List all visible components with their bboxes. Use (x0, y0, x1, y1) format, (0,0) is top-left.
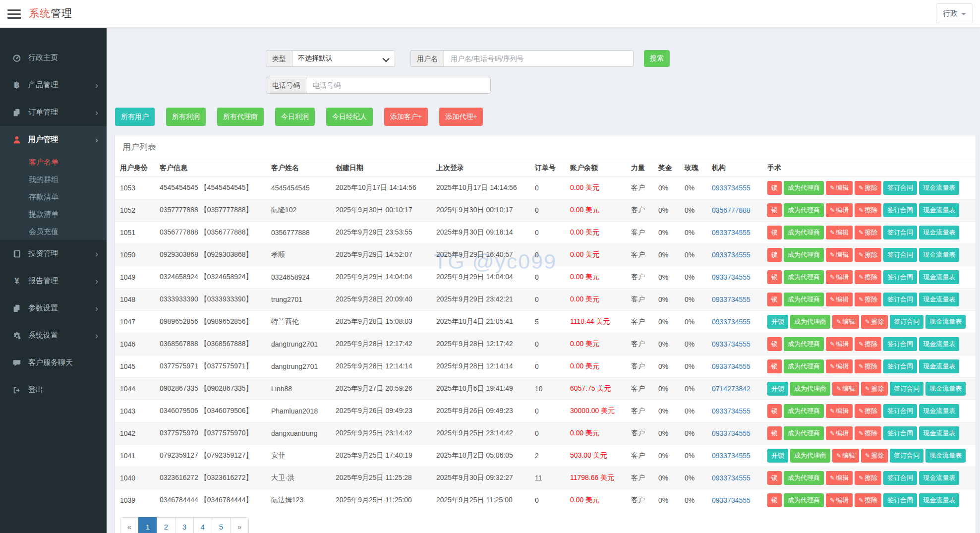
sign-contract-button[interactable]: 签订合同 (883, 293, 917, 306)
sidebar-item-product-mgmt[interactable]: ฿ 产品管理 › (0, 71, 107, 99)
sidebar-subitem[interactable]: 提款清单 (0, 205, 107, 223)
edit-button[interactable]: ✎编辑 (826, 404, 853, 418)
all-profit-button[interactable]: 所有利润 (166, 108, 206, 126)
type-filter-select[interactable]: 不选择默认 (292, 50, 395, 67)
erase-button[interactable]: ✎擦除 (855, 181, 881, 195)
page-button[interactable]: 4 (193, 517, 212, 533)
cash-flow-button[interactable]: 现金流量表 (919, 248, 959, 262)
erase-button[interactable]: ✎擦除 (855, 359, 881, 373)
lock-button[interactable]: 锁 (767, 426, 782, 440)
cell-organization-link[interactable]: 0933734555 (707, 244, 762, 266)
lock-button[interactable]: 锁 (767, 359, 782, 373)
erase-button[interactable]: ✎擦除 (861, 449, 888, 463)
sign-contract-button[interactable]: 签订合同 (883, 493, 917, 507)
edit-button[interactable]: ✎编辑 (826, 226, 853, 239)
erase-button[interactable]: ✎擦除 (861, 315, 888, 329)
username-input[interactable] (450, 54, 628, 63)
sign-contract-button[interactable]: 签订合同 (890, 382, 923, 396)
edit-button[interactable]: ✎编辑 (826, 337, 853, 351)
sign-contract-button[interactable]: 签订合同 (883, 337, 917, 351)
erase-button[interactable]: ✎擦除 (855, 203, 881, 217)
lock-button[interactable]: 锁 (767, 404, 782, 418)
become-agent-button[interactable]: 成为代理商 (784, 426, 824, 440)
lock-button[interactable]: 锁 (767, 226, 782, 239)
page-button[interactable]: 3 (175, 517, 194, 533)
become-agent-button[interactable]: 成为代理商 (784, 293, 824, 306)
lock-button[interactable]: 锁 (767, 203, 782, 217)
become-agent-button[interactable]: 成为代理商 (790, 315, 830, 329)
sidebar-item-investment-mgmt[interactable]: 投资管理 › (0, 240, 107, 267)
cash-flow-button[interactable]: 现金流量表 (919, 203, 959, 217)
sign-contract-button[interactable]: 签订合同 (883, 426, 917, 440)
edit-button[interactable]: ✎编辑 (826, 493, 853, 507)
sign-contract-button[interactable]: 签订合同 (890, 449, 923, 463)
sidebar-item-logout[interactable]: 登出 (0, 376, 107, 404)
cell-organization-link[interactable]: 0356777888 (707, 199, 762, 222)
become-agent-button[interactable]: 成为代理商 (784, 226, 824, 239)
cell-organization-link[interactable]: 0933734555 (707, 177, 762, 199)
add-agent-button[interactable]: 添加代理+ (439, 108, 483, 126)
cell-organization-link[interactable]: 0933734555 (707, 467, 762, 489)
edit-button[interactable]: ✎编辑 (826, 203, 853, 217)
edit-button[interactable]: ✎编辑 (826, 293, 853, 306)
erase-button[interactable]: ✎擦除 (855, 248, 881, 262)
admin-user-dropdown[interactable]: 行政 (936, 3, 973, 23)
cash-flow-button[interactable]: 现金流量表 (919, 471, 959, 485)
sidebar-item-report-mgmt[interactable]: ¥ 报告管理 › (0, 267, 107, 295)
cash-flow-button[interactable]: 现金流量表 (925, 449, 966, 463)
cash-flow-button[interactable]: 现金流量表 (919, 270, 959, 284)
erase-button[interactable]: ✎擦除 (861, 382, 888, 396)
cash-flow-button[interactable]: 现金流量表 (919, 226, 959, 239)
edit-button[interactable]: ✎编辑 (826, 426, 853, 440)
lock-button[interactable]: 锁 (767, 293, 782, 306)
cell-organization-link[interactable]: 0933734555 (707, 445, 762, 467)
become-agent-button[interactable]: 成为代理商 (784, 359, 824, 373)
cash-flow-button[interactable]: 现金流量表 (925, 315, 966, 329)
page-button[interactable]: 2 (157, 517, 175, 533)
cell-organization-link[interactable]: 0933734555 (707, 422, 762, 445)
cell-organization-link[interactable]: 0933734555 (707, 311, 762, 333)
sign-contract-button[interactable]: 签订合同 (883, 471, 917, 485)
sign-contract-button[interactable]: 签订合同 (883, 181, 917, 195)
cell-organization-link[interactable]: 0933734555 (707, 266, 762, 289)
sign-contract-button[interactable]: 签订合同 (883, 359, 917, 373)
page-button[interactable]: 5 (212, 517, 231, 533)
edit-button[interactable]: ✎编辑 (826, 359, 853, 373)
sidebar-item-customer-chat[interactable]: 客户服务聊天 (0, 349, 107, 376)
sidebar-item-system-settings[interactable]: 系统设置 › (0, 322, 107, 349)
erase-button[interactable]: ✎擦除 (855, 337, 881, 351)
become-agent-button[interactable]: 成为代理商 (784, 248, 824, 262)
hamburger-menu-icon[interactable] (7, 9, 21, 19)
erase-button[interactable]: ✎擦除 (855, 471, 881, 485)
cash-flow-button[interactable]: 现金流量表 (919, 337, 959, 351)
page-next-button[interactable]: » (230, 517, 249, 533)
become-agent-button[interactable]: 成为代理商 (784, 493, 824, 507)
cell-organization-link[interactable]: 0933734555 (707, 489, 762, 512)
become-agent-button[interactable]: 成为代理商 (784, 337, 824, 351)
sidebar-subitem[interactable]: 存款清单 (0, 188, 107, 205)
lock-button[interactable]: 锁 (767, 270, 782, 284)
sidebar-subitem[interactable]: 我的群组 (0, 171, 107, 188)
cash-flow-button[interactable]: 现金流量表 (925, 382, 966, 396)
erase-button[interactable]: ✎擦除 (855, 293, 881, 306)
cash-flow-button[interactable]: 现金流量表 (919, 181, 959, 195)
become-agent-button[interactable]: 成为代理商 (790, 449, 830, 463)
cash-flow-button[interactable]: 现金流量表 (919, 404, 959, 418)
lock-button[interactable]: 锁 (767, 248, 782, 262)
unlock-button[interactable]: 开锁 (767, 315, 788, 329)
become-agent-button[interactable]: 成为代理商 (784, 270, 824, 284)
erase-button[interactable]: ✎擦除 (855, 426, 881, 440)
today-profit-button[interactable]: 今日利润 (275, 108, 315, 126)
become-agent-button[interactable]: 成为代理商 (784, 181, 824, 195)
cell-organization-link[interactable]: 0933734555 (707, 289, 762, 311)
cell-organization-link[interactable]: 0714273842 (707, 378, 762, 400)
edit-button[interactable]: ✎编辑 (832, 315, 859, 329)
page-button[interactable]: 1 (138, 517, 157, 533)
cell-organization-link[interactable]: 0933734555 (707, 400, 762, 422)
erase-button[interactable]: ✎擦除 (855, 404, 881, 418)
unlock-button[interactable]: 开锁 (767, 382, 788, 396)
add-customer-button[interactable]: 添加客户+ (384, 108, 428, 126)
cell-organization-link[interactable]: 0933734555 (707, 222, 762, 244)
edit-button[interactable]: ✎编辑 (832, 449, 859, 463)
become-agent-button[interactable]: 成为代理商 (784, 471, 824, 485)
